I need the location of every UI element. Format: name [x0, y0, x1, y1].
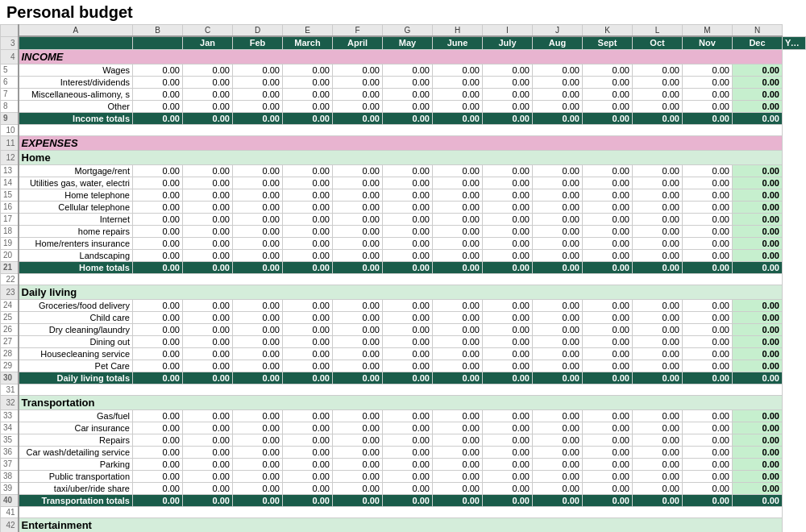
- mortgage-row[interactable]: 13 Mortgage/rent 0.00 0.000.000.000.000.…: [1, 164, 806, 177]
- col-j-header: J: [533, 25, 583, 37]
- home-section-row: 12 Home: [1, 150, 806, 164]
- blank-row-31: 31: [1, 384, 806, 395]
- header-may: May: [383, 36, 433, 49]
- interest-label: Interest/dividends: [19, 76, 133, 88]
- wages-row[interactable]: 5 Wages 0.00 0.000.000.000.000.000.000.0…: [1, 64, 806, 76]
- insurance-row[interactable]: 19 Home/renters insurance 0.00 0.000.000…: [1, 237, 806, 249]
- rideshare-label: taxi/uber/ride share: [19, 482, 133, 494]
- corner-cell: [1, 25, 19, 37]
- col-n-header: N: [733, 25, 783, 37]
- home-label: Home: [19, 150, 783, 164]
- parking-row[interactable]: 37 Parking 0.00 0.000.000.000.000.000.00…: [1, 458, 806, 470]
- utilities-label: Utilities gas, water, electri: [19, 177, 133, 189]
- budget-table: A B C D E F G H I J K L M N 3 Jan: [0, 24, 806, 532]
- title-text: Personal budget: [6, 3, 133, 22]
- expenses-section-row: 11 EXPENSES: [1, 135, 806, 150]
- header-april: April: [333, 36, 383, 49]
- other-income-row[interactable]: 8 Other 0.00 0.000.000.000.000.000.000.0…: [1, 100, 806, 112]
- header-aug: Aug: [533, 36, 583, 49]
- petcare-label: Pet Care: [19, 360, 133, 372]
- childcare-row[interactable]: 25 Child care 0.00 0.000.000.000.000.000…: [1, 311, 806, 323]
- carwash-label: Car wash/detailing service: [19, 446, 133, 458]
- home-telephone-row[interactable]: 15 Home telephone 0.00 0.000.000.000.000…: [1, 189, 806, 201]
- carinsurance-row[interactable]: 34 Car insurance 0.00 0.000.000.000.000.…: [1, 422, 806, 434]
- petcare-row[interactable]: 29 Pet Care 0.00 0.000.000.000.000.000.0…: [1, 360, 806, 372]
- header-oct: Oct: [633, 36, 683, 49]
- internet-row[interactable]: 17 Internet 0.00 0.000.000.000.000.000.0…: [1, 213, 806, 225]
- header-july: July: [483, 36, 533, 49]
- col-g-header: G: [383, 25, 433, 37]
- daily-section-row: 23 Daily living: [1, 285, 806, 299]
- blank-row-10: 10: [1, 124, 806, 135]
- col-m-header: M: [683, 25, 733, 37]
- entertainment-section-row: 42 Entertainment: [1, 517, 806, 532]
- housecleaning-row[interactable]: 28 Housecleaning service 0.00 0.000.000.…: [1, 347, 806, 360]
- misc-label: Miscellaneous-alimony, s: [19, 88, 133, 100]
- groceries-label: Groceries/food delivery: [19, 299, 133, 311]
- header-year: Year: [783, 36, 806, 49]
- repairs-row[interactable]: 18 home repairs 0.00 0.000.000.000.000.0…: [1, 225, 806, 237]
- month-header-row: 3 Jan Feb March April May June July Aug …: [1, 36, 806, 49]
- blank-row-22: 22: [1, 273, 806, 285]
- drycleaning-label: Dry cleaning/laundry: [19, 323, 133, 335]
- expenses-label: EXPENSES: [19, 135, 783, 150]
- home-totals-row: 21 Home totals 0.00 0.000.000.000.000.00…: [1, 261, 806, 273]
- carrepairs-row[interactable]: 35 Repairs 0.00 0.000.000.000.000.000.00…: [1, 434, 806, 446]
- daily-totals-label: Daily living totals: [19, 372, 133, 384]
- transport-totals-label: Transportation totals: [19, 494, 133, 506]
- home-telephone-label: Home telephone: [19, 189, 133, 201]
- landscaping-label: Landscaping: [19, 249, 133, 261]
- header-nov: Nov: [683, 36, 733, 49]
- header-march: March: [283, 36, 333, 49]
- col-c-header: C: [183, 25, 233, 37]
- home-totals-label: Home totals: [19, 261, 133, 273]
- childcare-label: Child care: [19, 311, 133, 323]
- header-empty: [133, 36, 183, 49]
- utilities-row[interactable]: 14 Utilities gas, water, electri 0.00 0.…: [1, 177, 806, 189]
- cellular-row[interactable]: 16 Cellular telephone 0.00 0.000.000.000…: [1, 201, 806, 213]
- header-june: June: [433, 36, 483, 49]
- blank-row-41: 41: [1, 506, 806, 517]
- spreadsheet-title: Personal budget: [0, 0, 806, 24]
- income-label: INCOME: [19, 49, 783, 64]
- publictransport-label: Public transportation: [19, 470, 133, 482]
- income-totals-label: Income totals: [19, 112, 133, 124]
- misc-row[interactable]: 7 Miscellaneous-alimony, s 0.00 0.000.00…: [1, 88, 806, 100]
- carinsurance-label: Car insurance: [19, 422, 133, 434]
- housecleaning-label: Housecleaning service: [19, 347, 133, 360]
- landscaping-row[interactable]: 20 Landscaping 0.00 0.000.000.000.000.00…: [1, 249, 806, 261]
- carwash-row[interactable]: 36 Car wash/detailing service 0.00 0.000…: [1, 446, 806, 458]
- col-h-header: H: [433, 25, 483, 37]
- transport-totals-row: 40 Transportation totals 0.00 0.000.000.…: [1, 494, 806, 506]
- gas-label: Gas/fuel: [19, 409, 133, 422]
- drycleaning-row[interactable]: 26 Dry cleaning/laundry 0.00 0.000.000.0…: [1, 323, 806, 335]
- header-dec: Dec: [733, 36, 783, 49]
- income-totals-row: 9 Income totals 0.00 0.000.000.000.000.0…: [1, 112, 806, 124]
- dining-row[interactable]: 27 Dining out 0.00 0.000.000.000.000.000…: [1, 335, 806, 347]
- repairs-label: home repairs: [19, 225, 133, 237]
- mortgage-label: Mortgage/rent: [19, 164, 133, 177]
- entertainment-label: Entertainment: [19, 517, 783, 532]
- interest-row[interactable]: 6 Interest/dividends 0.00 0.000.000.000.…: [1, 76, 806, 88]
- insurance-label: Home/renters insurance: [19, 237, 133, 249]
- gas-row[interactable]: 33 Gas/fuel 0.00 0.000.000.000.000.000.0…: [1, 409, 806, 422]
- col-b-header: B: [133, 25, 183, 37]
- col-a-header: A: [19, 25, 133, 37]
- col-d-header: D: [233, 25, 283, 37]
- row-3-num: 3: [1, 36, 19, 49]
- col-k-header: K: [583, 25, 633, 37]
- col-i-header: I: [483, 25, 533, 37]
- income-section-row: 4 INCOME: [1, 49, 806, 64]
- carrepairs-label: Repairs: [19, 434, 133, 446]
- dining-label: Dining out: [19, 335, 133, 347]
- header-jan: Jan: [183, 36, 233, 49]
- parking-label: Parking: [19, 458, 133, 470]
- cellular-label: Cellular telephone: [19, 201, 133, 213]
- groceries-row[interactable]: 24 Groceries/food delivery 0.00 0.000.00…: [1, 299, 806, 311]
- rideshare-row[interactable]: 39 taxi/uber/ride share 0.00 0.000.000.0…: [1, 482, 806, 494]
- col-l-header: L: [633, 25, 683, 37]
- wages-label: Wages: [19, 64, 133, 76]
- publictransport-row[interactable]: 38 Public transportation 0.00 0.000.000.…: [1, 470, 806, 482]
- daily-totals-row: 30 Daily living totals 0.00 0.000.000.00…: [1, 372, 806, 384]
- daily-label: Daily living: [19, 285, 783, 299]
